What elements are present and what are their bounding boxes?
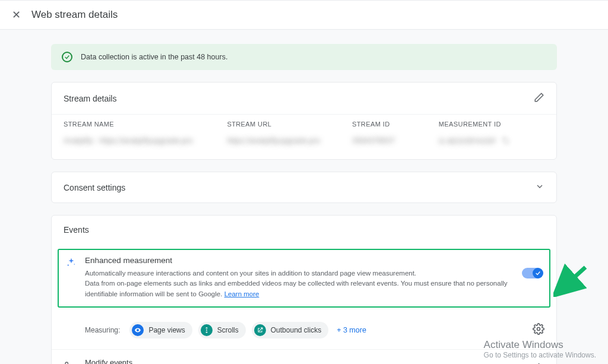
col-stream-id: STREAM ID bbox=[352, 121, 439, 128]
events-card: Events Enhanced measurement Automaticall… bbox=[51, 215, 557, 364]
pill-outbound: Outbound clicks bbox=[252, 322, 328, 338]
col-stream-url: STREAM URL bbox=[227, 121, 352, 128]
pill-page-views: Page views bbox=[129, 322, 192, 338]
val-measurement-id: G-4E3V5FHVDF bbox=[439, 137, 496, 145]
edit-icon[interactable] bbox=[534, 92, 544, 105]
status-banner: Data collection is active in the past 48… bbox=[51, 44, 557, 70]
stream-details-card: Stream details STREAM NAME STREAM URL ST… bbox=[51, 82, 557, 160]
enhanced-measurement-box: Enhanced measurement Automatically measu… bbox=[58, 249, 550, 308]
enhanced-learn-link[interactable]: Learn more bbox=[224, 290, 259, 297]
stream-details-head: Stream details bbox=[52, 83, 556, 114]
scroll-icon bbox=[201, 324, 213, 336]
close-icon[interactable]: ✕ bbox=[12, 8, 21, 21]
consent-title: Consent settings bbox=[64, 183, 125, 192]
stream-details-title: Stream details bbox=[64, 94, 116, 103]
events-head: Events bbox=[52, 216, 556, 244]
col-measurement-id: MEASUREMENT ID bbox=[439, 121, 544, 128]
events-title: Events bbox=[64, 225, 89, 235]
page-body: Data collection is active in the past 48… bbox=[0, 30, 608, 364]
enhanced-line2: Data from on-page elements such as links… bbox=[85, 280, 508, 297]
modify-icon bbox=[64, 360, 74, 364]
pill-page-views-label: Page views bbox=[148, 326, 185, 334]
pill-scrolls-label: Scrolls bbox=[217, 326, 239, 334]
val-stream-url: https://analytifyupgrade.pro bbox=[227, 136, 352, 146]
check-icon bbox=[62, 52, 72, 62]
enhanced-toggle[interactable] bbox=[522, 268, 542, 278]
val-stream-id: 3584378637 bbox=[352, 136, 439, 146]
svg-point-3 bbox=[537, 328, 540, 331]
pill-outbound-label: Outbound clicks bbox=[271, 326, 321, 334]
pill-scrolls: Scrolls bbox=[198, 322, 246, 338]
stream-grid: STREAM NAME STREAM URL STREAM ID MEASURE… bbox=[52, 114, 556, 159]
modify-title: Modify events bbox=[85, 358, 524, 364]
svg-rect-0 bbox=[504, 139, 509, 144]
banner-message: Data collection is active in the past 48… bbox=[81, 53, 227, 61]
sparkle-icon bbox=[66, 257, 77, 270]
eye-icon bbox=[132, 324, 144, 336]
more-link[interactable]: + 3 more bbox=[337, 326, 366, 334]
header-bar: ✕ Web stream details bbox=[0, 0, 608, 30]
enhanced-line1: Automatically measure interactions and c… bbox=[85, 270, 416, 277]
copy-icon[interactable] bbox=[501, 136, 509, 146]
enhanced-title: Enhanced measurement bbox=[85, 256, 514, 265]
chevron-down-icon bbox=[535, 182, 544, 193]
modify-events-row[interactable]: Modify events Modify incoming events and… bbox=[52, 349, 556, 364]
svg-point-1 bbox=[68, 264, 69, 265]
outbound-icon bbox=[254, 324, 266, 336]
gear-icon[interactable] bbox=[533, 323, 544, 337]
col-stream-name: STREAM NAME bbox=[64, 121, 227, 128]
enhanced-desc: Automatically measure interactions and c… bbox=[85, 268, 514, 299]
page-title: Web stream details bbox=[31, 9, 118, 21]
consent-card[interactable]: Consent settings bbox=[51, 172, 557, 203]
measuring-label: Measuring: bbox=[85, 326, 120, 334]
measuring-row: Measuring: Page views Scrolls bbox=[52, 314, 556, 349]
svg-point-2 bbox=[74, 264, 75, 265]
chevron-right-icon bbox=[535, 361, 544, 364]
val-stream-name: Analytify - https://analytifyupgrade.pro bbox=[64, 136, 227, 146]
